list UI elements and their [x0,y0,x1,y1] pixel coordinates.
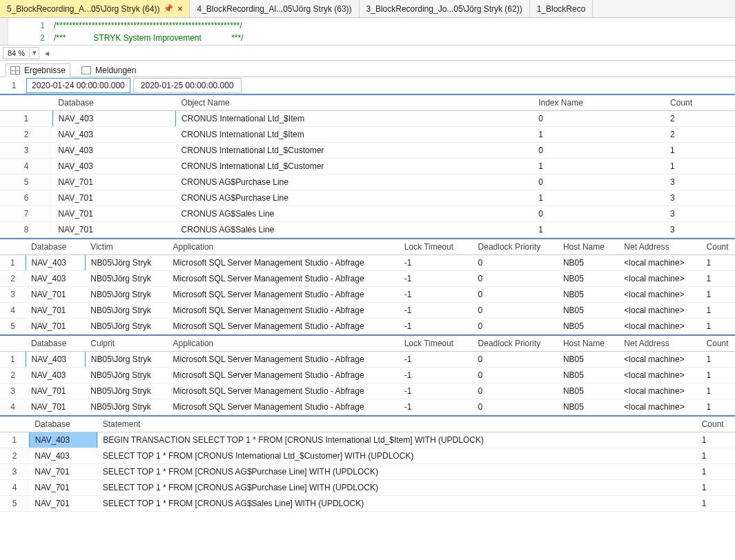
table-row[interactable]: 4NAV_701NB05\Jörg StrykMicrosoft SQL Ser… [0,399,735,415]
table-row[interactable]: 3NAV_701NB05\Jörg StrykMicrosoft SQL Ser… [0,383,735,399]
cell[interactable]: 1 [696,448,735,464]
cell[interactable]: -1 [399,271,473,287]
column-header[interactable]: Net Address [618,336,700,352]
cell[interactable]: 1 [701,399,735,415]
cell[interactable]: -1 [399,287,473,303]
cell[interactable]: NB05 [558,383,618,399]
cell[interactable]: NB05\Jörg Stryk [85,287,167,303]
cell[interactable]: <local machine> [618,287,700,303]
cell[interactable]: NB05\Jörg Stryk [85,303,167,319]
cell[interactable]: 1 [533,159,665,174]
column-header[interactable]: Database [26,336,85,352]
cell[interactable]: NAV_403 [52,159,175,174]
grid-culprits[interactable]: DatabaseCulpritApplicationLock TimeoutDe… [0,336,735,417]
cell[interactable]: 1 [665,143,735,159]
table-row[interactable]: 2NAV_403 SELECT TOP 1 * FROM [CRONUS Int… [0,448,735,464]
cell[interactable]: NAV_701 [52,174,175,190]
cell[interactable]: -1 [399,303,473,319]
column-header[interactable]: Application [168,336,399,352]
cell[interactable]: Microsoft SQL Server Management Studio -… [168,287,399,303]
cell[interactable]: 1 [533,222,665,238]
sql-editor[interactable]: 123 /***********************************… [0,18,735,46]
table-row[interactable]: 1NAV_403NB05\Jörg StrykMicrosoft SQL Ser… [0,352,735,368]
cell[interactable]: 1 [701,383,735,399]
cell[interactable]: NAV_403 [26,271,85,287]
cell[interactable]: -1 [399,399,473,415]
cell[interactable]: CRONUS AG$Purchase Line [176,190,533,206]
cell[interactable]: CRONUS International Ltd_$Customer [176,143,533,159]
table-row[interactable]: 8NAV_701CRONUS AG$Sales Line13 [0,222,735,238]
cell[interactable]: 0 [473,255,558,271]
column-header[interactable]: Deadlock Priority [473,239,558,255]
table-row[interactable]: 5NAV_701NB05\Jörg StrykMicrosoft SQL Ser… [0,319,735,334]
cell[interactable]: NB05\Jörg Stryk [85,383,167,399]
cell[interactable]: NB05 [558,303,618,319]
cell[interactable]: SELECT TOP 1 * FROM [CRONUS AG$Purchase … [97,480,696,496]
cell[interactable]: Microsoft SQL Server Management Studio -… [168,271,399,287]
start-time-cell[interactable]: 2020-01-24 00:00:00.000 [26,78,130,93]
cell[interactable]: 0 [473,383,558,399]
cell[interactable]: 1 [696,496,735,512]
cell[interactable]: NAV_701 [26,383,85,399]
document-tab[interactable]: 5_BlockRecording_A...05\Jörg Stryk (64))… [0,0,190,17]
cell[interactable]: NB05 [558,399,618,415]
cell[interactable]: 0 [473,287,558,303]
cell[interactable]: 2 [665,111,735,127]
cell[interactable]: NAV_701 [29,496,97,512]
cell[interactable]: <local machine> [618,399,700,415]
tab-messages[interactable]: Meldungen [77,64,140,77]
cell[interactable]: NAV_701 [29,480,97,496]
cell[interactable]: NB05\Jörg Stryk [85,271,167,287]
cell[interactable]: CRONUS International Ltd_$Item [176,111,533,127]
cell[interactable]: NB05 [558,368,618,383]
cell[interactable]: NAV_403 [29,448,97,464]
cell[interactable]: CRONUS AG$Sales Line [176,206,533,222]
cell[interactable]: Microsoft SQL Server Management Studio -… [168,255,399,271]
document-tab[interactable]: 1_BlockReco [530,0,594,17]
cell[interactable]: SELECT TOP 1 * FROM [CRONUS Internationa… [97,448,696,464]
table-row[interactable]: 3NAV_403CRONUS International Ltd_$Custom… [0,143,735,159]
column-header[interactable]: Statement [97,417,696,432]
cell[interactable]: 0 [533,143,665,159]
table-row[interactable]: 4NAV_403CRONUS International Ltd_$Custom… [0,159,735,174]
table-row[interactable]: 4NAV_701 SELECT TOP 1 * FROM [CRONUS AG$… [0,480,735,496]
cell[interactable]: NB05\Jörg Stryk [85,399,167,415]
cell[interactable]: BEGIN TRANSACTION SELECT TOP 1 * FROM [C… [97,432,696,448]
cell[interactable]: NB05\Jörg Stryk [85,255,167,271]
cell[interactable]: 0 [473,399,558,415]
table-row[interactable]: 2NAV_403NB05\Jörg StrykMicrosoft SQL Ser… [0,271,735,287]
cell[interactable]: NAV_403 [26,368,85,383]
cell[interactable]: SELECT TOP 1 * FROM [CRONUS AG$Purchase … [97,464,696,480]
table-row[interactable]: 1NAV_403NB05\Jörg StrykMicrosoft SQL Ser… [0,255,735,271]
cell[interactable]: NAV_701 [52,206,175,222]
column-header[interactable]: Database [52,95,175,111]
cell[interactable]: NB05 [558,271,618,287]
cell[interactable]: Microsoft SQL Server Management Studio -… [168,368,399,383]
cell[interactable]: <local machine> [618,319,700,334]
cell[interactable]: -1 [399,368,473,383]
column-header[interactable]: Lock Timeout [399,239,473,255]
column-header[interactable]: Lock Timeout [399,336,473,352]
pin-icon[interactable]: 📌 [164,4,173,13]
cell[interactable]: NAV_701 [29,464,97,480]
close-icon[interactable]: × [177,4,182,14]
cell[interactable]: NB05\Jörg Stryk [85,319,167,334]
cell[interactable]: -1 [399,319,473,334]
table-row[interactable]: 6NAV_701CRONUS AG$Purchase Line13 [0,190,735,206]
column-header[interactable]: Application [168,239,399,255]
cell[interactable]: 0 [473,271,558,287]
table-row[interactable]: 3NAV_701 SELECT TOP 1 * FROM [CRONUS AG$… [0,464,735,480]
cell[interactable]: CRONUS International Ltd_$Customer [176,159,533,174]
column-header[interactable]: Database [29,417,97,432]
cell[interactable]: <local machine> [618,255,700,271]
column-header[interactable]: Victim [85,239,167,255]
grid-objects[interactable]: DatabaseObject NameIndex NameCount1NAV_4… [0,95,735,239]
cell[interactable]: 1 [701,319,735,334]
cell[interactable]: 3 [665,190,735,206]
grid-victims[interactable]: DatabaseVictimApplicationLock TimeoutDea… [0,239,735,336]
code-text[interactable]: /***************************************… [48,18,264,45]
cell[interactable]: <local machine> [618,271,700,287]
column-header[interactable]: Count [665,95,735,111]
cell[interactable]: 3 [665,206,735,222]
column-header[interactable]: Culprit [85,336,167,352]
